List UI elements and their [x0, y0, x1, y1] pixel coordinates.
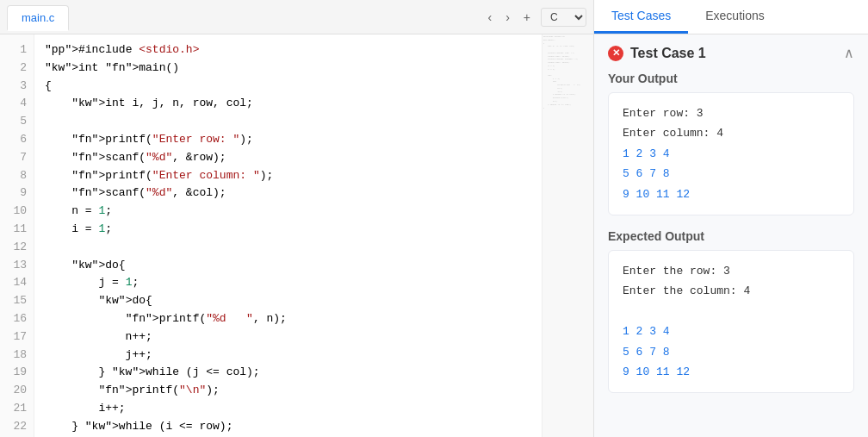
- output-line: 9 10 11 12: [623, 184, 840, 204]
- code-line: i = 1;: [45, 221, 531, 239]
- line-number: 5: [0, 113, 34, 131]
- line-number: 1: [0, 41, 34, 59]
- editor-body: 1234567891011121314151617181920212223 "p…: [0, 34, 593, 437]
- expected-output-box: Enter the row: 3Enter the column: 4 1 2 …: [608, 250, 854, 393]
- add-tab-button[interactable]: +: [520, 9, 534, 26]
- line-number: 3: [0, 78, 34, 96]
- line-number: 4: [0, 95, 34, 113]
- code-line: n++;: [45, 328, 531, 346]
- line-numbers: 1234567891011121314151617181920212223: [0, 34, 34, 437]
- line-number: 12: [0, 239, 34, 257]
- code-line: i++;: [45, 400, 531, 418]
- code-area[interactable]: "pp">#include <stdio.h>"kw">int "fn">mai…: [34, 34, 542, 437]
- your-output-box: Enter row: 3Enter column: 41 2 3 45 6 7 …: [608, 92, 854, 215]
- line-number: 18: [0, 346, 34, 365]
- line-number: 22: [0, 418, 34, 436]
- code-line: n = 1;: [45, 203, 531, 221]
- code-line: "fn">printf("Enter row: ");: [45, 131, 531, 149]
- line-number: 10: [0, 203, 34, 221]
- code-line: "kw">do{: [45, 292, 531, 310]
- output-line: 1 2 3 4: [623, 144, 840, 164]
- code-line: "fn">scanf("%d", &row);: [45, 149, 531, 167]
- code-line: } "kw">while (i <= row);: [45, 418, 531, 436]
- code-line: "fn">scanf("%d", &col);: [45, 184, 531, 203]
- code-line: "fn">printf("\n");: [45, 382, 531, 400]
- line-number: 20: [0, 382, 34, 400]
- line-number: 21: [0, 400, 34, 418]
- code-line: j++;: [45, 346, 531, 365]
- editor-tabs: main.c ‹ › + C: [0, 0, 593, 34]
- nav-back-button[interactable]: ‹: [484, 9, 495, 26]
- main-c-tab[interactable]: main.c: [7, 5, 69, 31]
- code-line: "pp">#include <stdio.h>: [45, 41, 531, 59]
- line-number: 13: [0, 257, 34, 275]
- line-number: 11: [0, 221, 34, 239]
- panel-content: ✕ Test Case 1 ∧ Your Output Enter row: 3…: [594, 34, 868, 437]
- line-number: 14: [0, 274, 34, 292]
- right-panel: Test Cases Executions ✕ Test Case 1 ∧ Yo…: [594, 0, 868, 437]
- editor-panel: main.c ‹ › + C 1234567891011121314151617…: [0, 0, 594, 437]
- line-number: 17: [0, 328, 34, 346]
- line-number: 9: [0, 184, 34, 203]
- line-number: 7: [0, 149, 34, 167]
- code-line: "fn">printf("Enter column: ");: [45, 167, 531, 185]
- your-output-label: Your Output: [608, 72, 854, 85]
- line-number: 15: [0, 292, 34, 310]
- output-line: Enter row: 3: [623, 103, 840, 123]
- code-line: "kw">do{: [45, 257, 531, 275]
- code-line: "kw">int "fn">main(): [45, 59, 531, 78]
- code-line: {: [45, 78, 531, 96]
- test-case-title: ✕ Test Case 1: [608, 46, 706, 61]
- line-number: 19: [0, 364, 34, 382]
- expected-output-line: 5 6 7 8: [623, 342, 840, 362]
- tab-executions[interactable]: Executions: [688, 0, 781, 34]
- code-line: [45, 113, 531, 131]
- line-number: 2: [0, 59, 34, 78]
- panel-tabs: Test Cases Executions: [594, 0, 868, 34]
- error-icon: ✕: [608, 46, 623, 61]
- nav-forward-button[interactable]: ›: [502, 9, 513, 26]
- expected-output-label: Expected Output: [608, 229, 854, 243]
- code-line: } "kw">while (j <= col);: [45, 364, 531, 382]
- test-case-title-text: Test Case 1: [630, 46, 706, 61]
- line-number: 8: [0, 167, 34, 185]
- code-line: "fn">printf("%d ", n);: [45, 310, 531, 328]
- expected-output-line: [623, 302, 840, 322]
- output-line: Enter column: 4: [623, 123, 840, 143]
- test-case-header: ✕ Test Case 1 ∧: [608, 45, 854, 61]
- expected-output-line: 9 10 11 12: [623, 362, 840, 382]
- tab-test-cases[interactable]: Test Cases: [594, 0, 688, 34]
- collapse-button[interactable]: ∧: [844, 45, 854, 61]
- language-select[interactable]: C: [541, 8, 586, 27]
- tab-controls: ‹ › + C: [484, 8, 586, 27]
- expected-output-line: Enter the column: 4: [623, 281, 840, 301]
- code-line: [45, 239, 531, 257]
- expected-output-line: Enter the row: 3: [623, 261, 840, 281]
- expected-output-line: 1 2 3 4: [623, 322, 840, 341]
- minimap: #include <stdio.h>int main(){ int i, j, …: [542, 34, 593, 437]
- code-line: j = 1;: [45, 274, 531, 292]
- output-line: 5 6 7 8: [623, 164, 840, 184]
- line-number: 6: [0, 131, 34, 149]
- code-line: "kw">int i, j, n, row, col;: [45, 95, 531, 113]
- line-number: 16: [0, 310, 34, 328]
